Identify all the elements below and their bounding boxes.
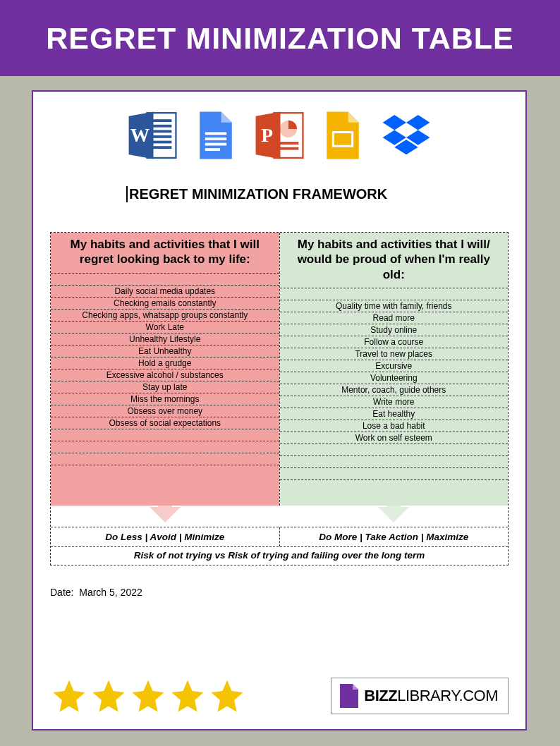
svg-rect-6	[151, 146, 171, 149]
proud-item: Excursive	[280, 360, 509, 372]
proud-item: Write more	[280, 396, 509, 408]
date-line: Date: March 5, 2022	[50, 587, 509, 598]
framework-table: My habits and activities that I will reg…	[50, 232, 509, 565]
regret-item: Checking apps, whatsapp groups constantl…	[51, 310, 279, 322]
svg-rect-11	[205, 143, 226, 146]
proud-item: Mentor, coach, guide others	[280, 384, 509, 396]
proud-item: Travel to new places	[280, 348, 509, 360]
svg-rect-16	[278, 147, 298, 150]
svg-marker-21	[383, 115, 406, 130]
regret-item: Miss the mornings	[51, 393, 279, 405]
proud-item: Eat healthy	[280, 408, 509, 420]
svg-marker-22	[406, 115, 430, 130]
regret-item: Eat Unhealthy	[51, 346, 279, 357]
proud-item: Study online	[280, 324, 509, 336]
gdocs-icon	[189, 109, 243, 162]
word-icon: W	[126, 109, 179, 162]
svg-rect-3	[151, 130, 171, 133]
page-title: REGRET MINIMIZATION TABLE	[46, 21, 514, 56]
regret-item: Daily social media updates	[51, 286, 279, 298]
star-icon	[208, 677, 246, 715]
date-label: Date:	[50, 587, 73, 598]
regret-item: Work Late	[51, 322, 279, 334]
svg-rect-26	[158, 486, 172, 507]
powerpoint-icon: P	[252, 109, 306, 162]
document-icon	[339, 683, 360, 709]
svg-rect-12	[205, 148, 220, 151]
svg-rect-2	[151, 125, 171, 128]
regret-column: My habits and activities that I will reg…	[51, 233, 280, 506]
sheet-footer: BIZZLIBRARY.COM	[50, 677, 509, 715]
regret-actions: Do Less | Avoid | Minimize	[51, 527, 279, 546]
arrow-down-icon	[144, 483, 186, 525]
document-title: REGRET MINIMIZATION FRAMEWORK	[126, 186, 387, 202]
proud-item: Work on self esteem	[280, 432, 509, 444]
svg-rect-20	[334, 133, 351, 145]
regret-item: Obsess of social expectations	[51, 417, 279, 429]
star-icon	[169, 677, 207, 715]
regret-item: Stay up late	[51, 381, 279, 393]
page-header: REGRET MINIMIZATION TABLE	[0, 0, 560, 76]
arrow-down-icon	[372, 483, 415, 525]
svg-rect-1	[151, 119, 171, 122]
star-icon	[129, 677, 167, 715]
proud-column-body: Quality time with family, friends Read m…	[280, 288, 509, 506]
svg-rect-15	[278, 142, 298, 145]
gslides-icon	[316, 109, 370, 162]
brand-badge: BIZZLIBRARY.COM	[331, 678, 509, 714]
svg-rect-10	[205, 137, 226, 140]
proud-item: Follow a course	[280, 336, 509, 348]
rating-stars	[50, 677, 246, 715]
svg-rect-4	[151, 135, 171, 138]
brand-text: BIZZLIBRARY.COM	[364, 687, 498, 705]
svg-text:P: P	[261, 125, 273, 146]
svg-rect-28	[386, 486, 401, 507]
dropbox-icon	[379, 109, 433, 162]
regret-column-header: My habits and activities that I will reg…	[51, 233, 279, 274]
regret-item: Excessive alcohol / substances	[51, 369, 279, 381]
app-icon-row: W P	[50, 109, 509, 162]
svg-rect-5	[151, 141, 171, 144]
star-icon	[90, 677, 128, 715]
regret-column-body: Daily social media updates Checking emai…	[51, 274, 279, 506]
regret-item: Obsess over money	[51, 405, 279, 417]
proud-item: Lose a bad habit	[280, 420, 509, 432]
svg-rect-9	[205, 132, 226, 135]
document-sheet: W P	[32, 90, 527, 730]
proud-item: Quality time with family, friends	[280, 300, 509, 312]
proud-actions: Do More | Take Action | Maximize	[279, 527, 509, 546]
regret-item: Unhealthy Lifestyle	[51, 334, 279, 346]
regret-item: Checking emails constantly	[51, 298, 279, 310]
regret-item: Hold a grudge	[51, 357, 279, 369]
risk-line: Risk of not trying vs Risk of trying and…	[51, 547, 508, 565]
svg-text:W: W	[130, 125, 150, 146]
proud-item: Read more	[280, 312, 509, 324]
svg-marker-29	[378, 507, 409, 522]
svg-marker-27	[150, 507, 181, 522]
proud-item: Volunteering	[280, 372, 509, 384]
proud-column: My habits and activities that I will/ wo…	[280, 233, 509, 506]
proud-column-header: My habits and activities that I will/ wo…	[280, 233, 509, 288]
date-value: March 5, 2022	[79, 587, 142, 598]
star-icon	[50, 677, 88, 715]
actions-row: Do Less | Avoid | Minimize Do More | Tak…	[51, 527, 508, 547]
